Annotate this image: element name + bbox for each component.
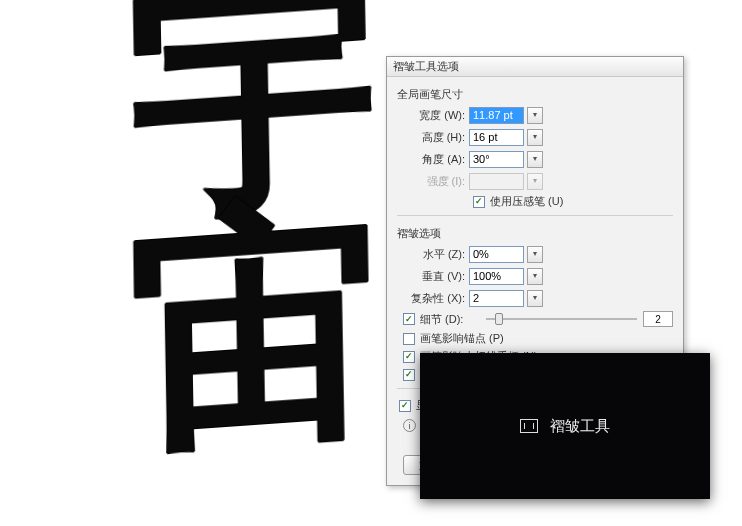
chevron-down-icon: ▾ [533, 111, 537, 119]
dialog-title: 褶皱工具选项 [393, 59, 677, 74]
intensity-label: 强度 (I): [397, 174, 469, 189]
detail-checkbox[interactable] [403, 313, 415, 325]
group-global-brush: 全局画笔尺寸 宽度 (W): 11.87 pt ▾ 高度 (H): 16 pt … [397, 87, 673, 209]
calligraphy-art: 宇 宙 [140, 0, 370, 526]
vertical-dropdown[interactable]: ▾ [527, 268, 543, 285]
row-detail: 细节 (D): 2 [403, 311, 673, 327]
tool-tooltip-overlay: 褶皱工具 [420, 353, 710, 499]
calligraphy-char-2: 宙 [128, 214, 381, 444]
row-angle: 角度 (A): 30° ▾ [397, 150, 673, 168]
height-dropdown[interactable]: ▾ [527, 129, 543, 146]
row-affect-anchor: 画笔影响锚点 (P) [403, 331, 673, 346]
wrinkle-tool-icon [520, 419, 538, 433]
chevron-down-icon: ▾ [533, 250, 537, 258]
angle-dropdown[interactable]: ▾ [527, 151, 543, 168]
complexity-label: 复杂性 (X): [397, 291, 469, 306]
info-icon: i [403, 419, 416, 432]
height-input[interactable]: 16 pt [469, 129, 524, 146]
use-pressure-checkbox[interactable] [473, 196, 485, 208]
row-horizontal: 水平 (Z): 0% ▾ [397, 245, 673, 263]
chevron-down-icon: ▾ [533, 133, 537, 141]
angle-input[interactable]: 30° [469, 151, 524, 168]
chevron-down-icon: ▾ [533, 294, 537, 302]
affect-in-tangent-checkbox[interactable] [403, 351, 415, 363]
horizontal-input[interactable]: 0% [469, 246, 524, 263]
affect-anchor-label: 画笔影响锚点 (P) [420, 331, 504, 346]
row-use-pressure: 使用压感笔 (U) [473, 194, 673, 209]
height-label: 高度 (H): [397, 130, 469, 145]
detail-slider[interactable] [486, 318, 637, 320]
group-wrinkle-title: 褶皱选项 [397, 226, 673, 241]
angle-label: 角度 (A): [397, 152, 469, 167]
row-height: 高度 (H): 16 pt ▾ [397, 128, 673, 146]
detail-value[interactable]: 2 [643, 311, 673, 327]
horizontal-dropdown[interactable]: ▾ [527, 246, 543, 263]
tooltip-label: 褶皱工具 [550, 417, 610, 436]
intensity-dropdown: ▾ [527, 173, 543, 190]
width-label: 宽度 (W): [397, 108, 469, 123]
row-vertical: 垂直 (V): 100% ▾ [397, 267, 673, 285]
row-complexity: 复杂性 (X): 2 ▾ [397, 289, 673, 307]
intensity-input [469, 173, 524, 190]
width-input[interactable]: 11.87 pt [469, 107, 524, 124]
group-brush-title: 全局画笔尺寸 [397, 87, 673, 102]
show-brush-checkbox[interactable] [399, 400, 411, 412]
vertical-input[interactable]: 100% [469, 268, 524, 285]
affect-out-tangent-checkbox[interactable] [403, 369, 415, 381]
vertical-label: 垂直 (V): [397, 269, 469, 284]
detail-label: 细节 (D): [420, 312, 476, 327]
detail-slider-thumb[interactable] [495, 313, 503, 325]
chevron-down-icon: ▾ [533, 177, 537, 185]
chevron-down-icon: ▾ [533, 272, 537, 280]
width-dropdown[interactable]: ▾ [527, 107, 543, 124]
calligraphy-char-1: 宇 [128, 0, 381, 211]
complexity-dropdown[interactable]: ▾ [527, 290, 543, 307]
dialog-titlebar[interactable]: 褶皱工具选项 [387, 57, 683, 77]
horizontal-label: 水平 (Z): [397, 247, 469, 262]
use-pressure-label: 使用压感笔 (U) [490, 194, 563, 209]
row-width: 宽度 (W): 11.87 pt ▾ [397, 106, 673, 124]
affect-anchor-checkbox[interactable] [403, 333, 415, 345]
complexity-input[interactable]: 2 [469, 290, 524, 307]
row-intensity: 强度 (I): ▾ [397, 172, 673, 190]
chevron-down-icon: ▾ [533, 155, 537, 163]
